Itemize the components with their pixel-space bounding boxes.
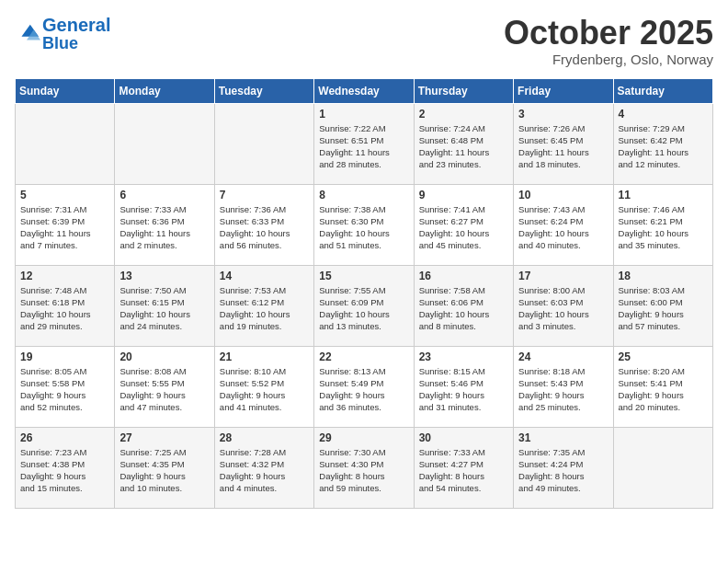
day-number: 27 bbox=[119, 431, 209, 444]
day-info: Sunrise: 7:24 AM Sunset: 6:48 PM Dayligh… bbox=[419, 122, 508, 171]
calendar-cell bbox=[613, 427, 712, 508]
calendar-week-row: 26Sunrise: 7:23 AM Sunset: 4:38 PM Dayli… bbox=[16, 427, 713, 508]
day-info: Sunrise: 7:41 AM Sunset: 6:27 PM Dayligh… bbox=[419, 203, 508, 252]
day-number: 6 bbox=[119, 189, 209, 201]
calendar-cell: 12Sunrise: 7:48 AM Sunset: 6:18 PM Dayli… bbox=[16, 265, 115, 346]
calendar-week-row: 5Sunrise: 7:31 AM Sunset: 6:39 PM Daylig… bbox=[16, 184, 713, 265]
day-number: 14 bbox=[220, 270, 309, 282]
day-info: Sunrise: 7:36 AM Sunset: 6:33 PM Dayligh… bbox=[220, 203, 309, 252]
calendar-cell: 14Sunrise: 7:53 AM Sunset: 6:12 PM Dayli… bbox=[214, 265, 313, 346]
calendar-cell: 9Sunrise: 7:41 AM Sunset: 6:27 PM Daylig… bbox=[414, 184, 513, 265]
day-info: Sunrise: 8:13 AM Sunset: 5:49 PM Dayligh… bbox=[319, 365, 408, 414]
day-number: 29 bbox=[319, 431, 408, 444]
day-number: 23 bbox=[419, 350, 508, 363]
day-info: Sunrise: 8:10 AM Sunset: 5:52 PM Dayligh… bbox=[220, 365, 309, 414]
calendar-cell: 28Sunrise: 7:28 AM Sunset: 4:32 PM Dayli… bbox=[214, 427, 313, 508]
day-number: 11 bbox=[619, 189, 708, 201]
month-title: October 2025 bbox=[504, 15, 713, 52]
calendar-cell: 5Sunrise: 7:31 AM Sunset: 6:39 PM Daylig… bbox=[16, 184, 115, 265]
calendar-cell: 13Sunrise: 7:50 AM Sunset: 6:15 PM Dayli… bbox=[115, 265, 214, 346]
day-number: 8 bbox=[319, 189, 408, 201]
calendar-cell: 3Sunrise: 7:26 AM Sunset: 6:45 PM Daylig… bbox=[514, 103, 613, 184]
calendar-cell: 15Sunrise: 7:55 AM Sunset: 6:09 PM Dayli… bbox=[314, 265, 414, 346]
calendar-cell: 21Sunrise: 8:10 AM Sunset: 5:52 PM Dayli… bbox=[214, 346, 313, 427]
calendar-cell: 10Sunrise: 7:43 AM Sunset: 6:24 PM Dayli… bbox=[514, 184, 613, 265]
title-block: October 2025 Frydenberg, Oslo, Norway bbox=[504, 15, 713, 67]
day-number: 1 bbox=[319, 108, 408, 121]
calendar-cell: 24Sunrise: 8:18 AM Sunset: 5:43 PM Dayli… bbox=[514, 346, 613, 427]
day-info: Sunrise: 7:48 AM Sunset: 6:18 PM Dayligh… bbox=[20, 284, 109, 333]
calendar-week-row: 19Sunrise: 8:05 AM Sunset: 5:58 PM Dayli… bbox=[16, 346, 713, 427]
day-number: 25 bbox=[619, 350, 708, 363]
day-info: Sunrise: 7:33 AM Sunset: 6:36 PM Dayligh… bbox=[119, 203, 209, 252]
day-number: 5 bbox=[20, 189, 109, 201]
day-info: Sunrise: 7:55 AM Sunset: 6:09 PM Dayligh… bbox=[319, 284, 408, 333]
day-info: Sunrise: 7:26 AM Sunset: 6:45 PM Dayligh… bbox=[518, 122, 608, 171]
logo-general: General bbox=[42, 15, 110, 35]
calendar-cell: 6Sunrise: 7:33 AM Sunset: 6:36 PM Daylig… bbox=[115, 184, 214, 265]
day-number: 18 bbox=[619, 270, 708, 282]
day-info: Sunrise: 7:28 AM Sunset: 4:32 PM Dayligh… bbox=[220, 446, 309, 495]
calendar-cell bbox=[214, 103, 313, 184]
day-number: 20 bbox=[119, 350, 209, 363]
day-number: 3 bbox=[518, 108, 608, 121]
logo: General Blue bbox=[15, 15, 110, 53]
day-number: 16 bbox=[419, 270, 508, 282]
day-info: Sunrise: 7:22 AM Sunset: 6:51 PM Dayligh… bbox=[319, 122, 408, 171]
logo-blue: Blue bbox=[42, 35, 110, 53]
day-info: Sunrise: 7:33 AM Sunset: 4:27 PM Dayligh… bbox=[419, 446, 508, 495]
weekday-header: Wednesday bbox=[314, 78, 414, 103]
day-info: Sunrise: 8:00 AM Sunset: 6:03 PM Dayligh… bbox=[518, 284, 608, 333]
day-info: Sunrise: 7:50 AM Sunset: 6:15 PM Dayligh… bbox=[119, 284, 209, 333]
calendar-body: 1Sunrise: 7:22 AM Sunset: 6:51 PM Daylig… bbox=[16, 103, 713, 508]
day-number: 13 bbox=[119, 270, 209, 282]
day-info: Sunrise: 7:30 AM Sunset: 4:30 PM Dayligh… bbox=[319, 446, 408, 495]
calendar-cell: 19Sunrise: 8:05 AM Sunset: 5:58 PM Dayli… bbox=[16, 346, 115, 427]
calendar-cell bbox=[115, 103, 214, 184]
day-info: Sunrise: 7:53 AM Sunset: 6:12 PM Dayligh… bbox=[220, 284, 309, 333]
day-info: Sunrise: 8:03 AM Sunset: 6:00 PM Dayligh… bbox=[619, 284, 708, 333]
day-number: 28 bbox=[220, 431, 309, 444]
calendar-cell: 17Sunrise: 8:00 AM Sunset: 6:03 PM Dayli… bbox=[514, 265, 613, 346]
day-info: Sunrise: 8:18 AM Sunset: 5:43 PM Dayligh… bbox=[518, 365, 608, 414]
calendar-cell: 7Sunrise: 7:36 AM Sunset: 6:33 PM Daylig… bbox=[214, 184, 313, 265]
calendar-cell: 29Sunrise: 7:30 AM Sunset: 4:30 PM Dayli… bbox=[314, 427, 414, 508]
calendar-cell: 2Sunrise: 7:24 AM Sunset: 6:48 PM Daylig… bbox=[414, 103, 513, 184]
weekday-header: Friday bbox=[514, 78, 613, 103]
day-number: 2 bbox=[419, 108, 508, 121]
day-number: 21 bbox=[220, 350, 309, 363]
calendar-cell: 31Sunrise: 7:35 AM Sunset: 4:24 PM Dayli… bbox=[514, 427, 613, 508]
day-info: Sunrise: 8:05 AM Sunset: 5:58 PM Dayligh… bbox=[20, 365, 109, 414]
calendar-cell bbox=[16, 103, 115, 184]
location: Frydenberg, Oslo, Norway bbox=[504, 52, 713, 67]
day-number: 4 bbox=[619, 108, 708, 121]
weekday-header: Saturday bbox=[613, 78, 712, 103]
calendar-cell: 16Sunrise: 7:58 AM Sunset: 6:06 PM Dayli… bbox=[414, 265, 513, 346]
logo-icon bbox=[15, 21, 40, 47]
day-number: 10 bbox=[518, 189, 608, 201]
day-number: 30 bbox=[419, 431, 508, 444]
day-number: 15 bbox=[319, 270, 408, 282]
calendar-cell: 8Sunrise: 7:38 AM Sunset: 6:30 PM Daylig… bbox=[314, 184, 414, 265]
calendar-header: SundayMondayTuesdayWednesdayThursdayFrid… bbox=[16, 78, 713, 103]
day-info: Sunrise: 7:25 AM Sunset: 4:35 PM Dayligh… bbox=[119, 446, 209, 495]
calendar-week-row: 1Sunrise: 7:22 AM Sunset: 6:51 PM Daylig… bbox=[16, 103, 713, 184]
day-info: Sunrise: 8:08 AM Sunset: 5:55 PM Dayligh… bbox=[119, 365, 209, 414]
day-number: 24 bbox=[518, 350, 608, 363]
day-info: Sunrise: 7:31 AM Sunset: 6:39 PM Dayligh… bbox=[20, 203, 109, 252]
day-number: 17 bbox=[518, 270, 608, 282]
header-row: SundayMondayTuesdayWednesdayThursdayFrid… bbox=[16, 78, 713, 103]
header: General Blue October 2025 Frydenberg, Os… bbox=[15, 15, 713, 67]
day-number: 7 bbox=[220, 189, 309, 201]
weekday-header: Sunday bbox=[16, 78, 115, 103]
day-info: Sunrise: 7:35 AM Sunset: 4:24 PM Dayligh… bbox=[518, 446, 608, 495]
calendar-cell: 22Sunrise: 8:13 AM Sunset: 5:49 PM Dayli… bbox=[314, 346, 414, 427]
calendar-cell: 30Sunrise: 7:33 AM Sunset: 4:27 PM Dayli… bbox=[414, 427, 513, 508]
day-info: Sunrise: 7:43 AM Sunset: 6:24 PM Dayligh… bbox=[518, 203, 608, 252]
day-number: 19 bbox=[20, 350, 109, 363]
weekday-header: Thursday bbox=[414, 78, 513, 103]
calendar-cell: 27Sunrise: 7:25 AM Sunset: 4:35 PM Dayli… bbox=[115, 427, 214, 508]
day-number: 26 bbox=[20, 431, 109, 444]
day-number: 22 bbox=[319, 350, 408, 363]
calendar-cell: 11Sunrise: 7:46 AM Sunset: 6:21 PM Dayli… bbox=[613, 184, 712, 265]
